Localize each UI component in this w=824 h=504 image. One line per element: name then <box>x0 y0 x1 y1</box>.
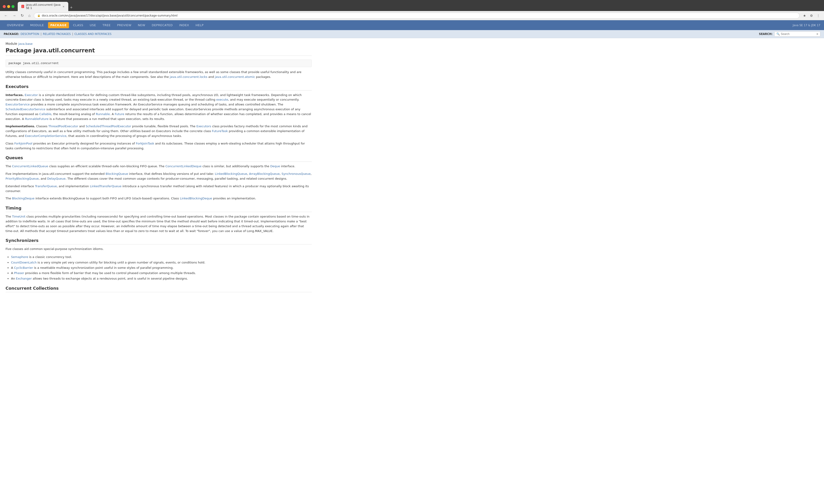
pkg-link-description[interactable]: DESCRIPTION <box>20 32 39 36</box>
link-synchronousqueue[interactable]: SynchronousQueue <box>282 172 311 175</box>
link-timeunit[interactable]: TimeUnit <box>12 215 25 218</box>
reload-button[interactable]: ↻ <box>19 12 25 19</box>
link-scheduledthreadpoolexecutor[interactable]: ScheduledThreadPoolExecutor <box>86 125 131 128</box>
home-button[interactable]: ⌂ <box>27 13 32 19</box>
list-item-cyclicbarrier: A CyclicBarrier is a resettable multiway… <box>11 265 312 270</box>
link-blockingqueue[interactable]: BlockingQueue <box>106 172 128 175</box>
search-box: 🔍 × <box>775 31 820 36</box>
nav-index[interactable]: INDEX <box>176 20 192 30</box>
nav-tree[interactable]: TREE <box>99 20 114 30</box>
link-executors[interactable]: Executors <box>196 125 211 128</box>
nav-deprecated[interactable]: DEPRECATED <box>148 20 176 30</box>
new-tab-button[interactable]: + <box>68 4 75 11</box>
link-executorservice[interactable]: ExecutorService <box>5 103 30 106</box>
link-phaser[interactable]: Phaser <box>14 271 24 275</box>
pkg-link-classes[interactable]: CLASSES AND INTERFACES <box>75 32 111 36</box>
nav-new[interactable]: NEW <box>135 20 148 30</box>
link-locks[interactable]: java.util.concurrent.locks <box>170 75 207 79</box>
link-forkjointask[interactable]: ForkJoinTask <box>136 142 154 145</box>
nav-actions: ★ ⚙ ⋮ <box>802 13 821 19</box>
nav-module[interactable]: MODULE <box>27 20 47 30</box>
maximize-button[interactable] <box>11 5 14 8</box>
module-link[interactable]: java.base <box>18 42 32 45</box>
list-item-exchanger: An Exchanger allows two threads to excha… <box>11 276 312 281</box>
close-button[interactable] <box>3 5 6 8</box>
nav-package[interactable]: PACKAGE <box>48 22 69 28</box>
link-concurrentlinkeddeque[interactable]: ConcurrentLinkedDeque <box>165 164 201 168</box>
menu-button[interactable]: ⋮ <box>815 13 821 19</box>
forward-button[interactable]: → <box>11 13 17 19</box>
link-executorcompletionservice[interactable]: ExecutorCompletionService <box>25 134 67 138</box>
pkg-link-related[interactable]: RELATED PACKAGES <box>43 32 71 36</box>
search-label: SEARCH: <box>759 32 772 36</box>
main-content: Module java.base Package java.util.concu… <box>0 38 317 298</box>
nav-bar: ← → ↻ ⌂ 🔒 docs.oracle.com/en/java/javase… <box>0 11 824 20</box>
browser-chrome: J java.util.concurrent (Java SE 1 × + <box>0 0 824 11</box>
link-exchanger[interactable]: Exchanger <box>16 277 32 280</box>
implementations-label: Implementations. <box>5 125 35 128</box>
version-badge: Java SE 17 & JDK 17 <box>793 24 820 27</box>
timing-para: The TimeUnit class provides multiple gra… <box>5 214 312 233</box>
nav-help[interactable]: HELP <box>192 20 207 30</box>
link-runnable[interactable]: Runnable <box>96 112 110 116</box>
link-cyclicbarrier[interactable]: CyclicBarrier <box>14 266 33 269</box>
pkg-nav: PACKAGE: DESCRIPTION | RELATED PACKAGES … <box>0 30 824 38</box>
link-semaphore[interactable]: Semaphore <box>11 255 28 259</box>
active-tab[interactable]: J java.util.concurrent (Java SE 1 × <box>18 2 68 11</box>
bookmark-button[interactable]: ★ <box>802 13 807 19</box>
nav-class[interactable]: CLASS <box>70 20 87 30</box>
queues-para2: Five implementations in java.util.concur… <box>5 171 312 181</box>
executors-forkjoin-para: Class ForkJoinPool provides an Executor … <box>5 141 312 151</box>
link-threadpoolexecutor[interactable]: ThreadPoolExecutor <box>48 125 78 128</box>
page-title: Package java.util.concurrent <box>5 47 312 56</box>
link-linkedblockingqueue[interactable]: LinkedBlockingQueue <box>215 172 247 175</box>
tab-close-icon[interactable]: × <box>63 5 65 8</box>
link-deque[interactable]: Deque <box>270 164 280 168</box>
minimize-button[interactable] <box>7 5 10 8</box>
module-label: Module <box>5 42 17 45</box>
extensions-button[interactable]: ⚙ <box>808 13 814 19</box>
nav-use[interactable]: USE <box>86 20 99 30</box>
module-line: Module java.base <box>5 42 312 45</box>
link-forkjoinpool[interactable]: ForkJoinPool <box>14 142 32 145</box>
back-button[interactable]: ← <box>3 13 9 19</box>
link-callable[interactable]: Callable <box>39 112 51 116</box>
link-delayqueue[interactable]: DelayQueue <box>47 177 66 180</box>
link-executor[interactable]: Executor <box>25 93 38 97</box>
section-queues-title: Queues <box>5 155 312 162</box>
pkg-label: PACKAGE: <box>4 32 19 36</box>
search-input[interactable] <box>781 32 815 36</box>
link-blockingdeque[interactable]: BlockingDeque <box>12 197 34 200</box>
link-runnablefuture[interactable]: RunnableFuture <box>25 117 48 121</box>
code-declaration: package java.util.concurrent <box>5 59 312 67</box>
link-scheduledexecutorservice[interactable]: ScheduledExecutorService <box>5 108 45 111</box>
address-bar[interactable]: 🔒 docs.oracle.com/en/java/javase/17/docs… <box>34 13 800 19</box>
separator-2: | <box>72 32 73 36</box>
link-transferqueue[interactable]: TransferQueue <box>35 184 57 188</box>
window-controls <box>3 5 14 8</box>
tab-title: java.util.concurrent (Java SE 1 <box>26 3 61 10</box>
link-countdownlatch[interactable]: CountDownLatch <box>11 261 36 264</box>
queues-para1: The ConcurrentLinkedQueue class supplies… <box>5 164 312 169</box>
nav-overview[interactable]: OVERVIEW <box>4 20 27 30</box>
search-close-icon[interactable]: × <box>816 32 819 36</box>
queues-para3: Extended interface TransferQueue, and im… <box>5 184 312 194</box>
link-concurrentlinkedqueue[interactable]: ConcurrentLinkedQueue <box>12 164 48 168</box>
list-item-countdownlatch: CountDownLatch is a very simple yet very… <box>11 260 312 265</box>
link-atomic[interactable]: java.util.concurrent.atomic <box>215 75 255 79</box>
link-priorityblockingqueue[interactable]: PriorityBlockingQueue <box>5 177 39 180</box>
nav-items: OVERVIEW MODULE PACKAGE CLASS USE TREE P… <box>4 20 793 30</box>
section-timing-title: Timing <box>5 206 312 212</box>
tab-favicon: J <box>21 5 24 8</box>
link-linkedtransferqueue[interactable]: LinkedTransferQueue <box>90 184 121 188</box>
section-concurrent-collections-title: Concurrent Collections <box>5 286 312 292</box>
link-linkedblockingdeque[interactable]: LinkedBlockingDeque <box>180 197 212 200</box>
package-description: Utility classes commonly useful in concu… <box>5 70 312 80</box>
link-arrayblockingqueue[interactable]: ArrayBlockingQueue <box>249 172 280 175</box>
nav-preview[interactable]: PREVIEW <box>114 20 134 30</box>
list-item-semaphore: Semaphore is a classic concurrency tool. <box>11 254 312 260</box>
queues-para4: The BlockingDeque interface extends Bloc… <box>5 196 312 201</box>
link-future[interactable]: Future <box>115 112 124 116</box>
link-execute[interactable]: execute <box>216 98 228 101</box>
link-futuretask[interactable]: FutureTask <box>212 129 228 133</box>
